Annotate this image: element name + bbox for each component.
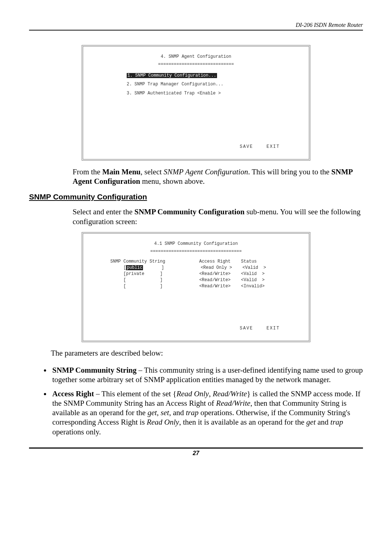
paragraph-2: Select and enter the SNMP Community Conf… xyxy=(73,207,363,226)
menu-item-auth-trap[interactable]: 3. SNMP Authenticated Trap <Enable > xyxy=(90,90,302,97)
text: From the xyxy=(73,167,102,176)
access-right-select[interactable]: <Read Only > xyxy=(201,265,232,270)
community-input[interactable]: [private ] xyxy=(123,271,163,276)
exit-button[interactable]: EXIT xyxy=(266,144,280,149)
parameter-list: SNMP Community String – This community s… xyxy=(51,365,363,437)
text-italic: Read Only xyxy=(176,389,209,398)
text-italic: get xyxy=(306,418,316,426)
paragraph-1: From the Main Menu, select SNMP Agent Co… xyxy=(73,167,363,186)
screen1-actions: SAVE EXIT xyxy=(90,144,302,150)
text: , then it is available as an operand for… xyxy=(179,418,306,426)
status-select[interactable]: <Valid > xyxy=(242,265,266,270)
screen2-title: 4.1 SNMP Community Configuration xyxy=(90,241,302,247)
status-select[interactable]: <Valid > xyxy=(241,278,265,283)
access-right-select[interactable]: <Read/Write> xyxy=(199,278,230,283)
list-item: SNMP Community String – This community s… xyxy=(51,365,363,385)
table-row: [private ] <Read/Write> <Valid > xyxy=(90,271,302,277)
text-italic: set xyxy=(161,408,169,417)
text-italic: trap xyxy=(330,418,343,426)
paragraph-3: The parameters are described below: xyxy=(51,349,363,358)
text: , xyxy=(157,408,161,417)
community-input[interactable]: [ ] xyxy=(123,284,163,289)
community-input[interactable]: [ ] xyxy=(123,278,163,283)
screen1-underline: ============================= xyxy=(90,61,302,68)
menu-item-trap-manager[interactable]: 2. SNMP Trap Manager Configuration... xyxy=(90,81,302,88)
text-bold: Access Right xyxy=(52,389,94,398)
status-select[interactable]: <Invalid> xyxy=(241,284,265,289)
table-row: [ ] <Read/Write> <Invalid> xyxy=(90,283,302,289)
table-row: [ ] <Read/Write> <Valid > xyxy=(90,277,302,283)
access-right-select[interactable]: <Read/Write> xyxy=(199,284,230,289)
text: Select and enter the xyxy=(73,207,134,216)
text-italic: SNMP Agent Configuration xyxy=(164,167,248,176)
text-italic: get xyxy=(147,408,157,417)
terminal-snmp-community-config: 4.1 SNMP Community Configuration =======… xyxy=(82,232,310,342)
text-italic: Read/Write xyxy=(216,399,250,408)
text-bold: SNMP Community Configuration xyxy=(134,207,244,216)
bracket: ] xyxy=(143,265,164,270)
screen2-actions: SAVE EXIT xyxy=(90,325,302,332)
table-row: [public ] <Read Only > <Valid > xyxy=(90,265,302,271)
text-italic: Read/Write xyxy=(213,389,247,398)
text: operations only. xyxy=(52,428,101,436)
text-italic: Read Only xyxy=(147,418,179,426)
text: menu, shown above. xyxy=(140,177,205,186)
exit-button[interactable]: EXIT xyxy=(266,326,280,331)
text-italic: trap xyxy=(186,408,199,417)
menu-item-community-config[interactable]: 1. SNMP Community Configuration... xyxy=(90,73,302,79)
page-number: 27 xyxy=(29,447,363,457)
table-header-row: SNMP Community String Access Right Statu… xyxy=(90,259,302,265)
section-heading-community-config: SNMP Community Configuration xyxy=(29,193,363,201)
text-bold: Main Menu xyxy=(102,167,141,176)
text: , and xyxy=(169,408,186,417)
terminal-snmp-agent-config: 4. SNMP Agent Configuration ============… xyxy=(82,45,310,161)
save-button[interactable]: SAVE xyxy=(240,326,253,331)
screen2-underline: =================================== xyxy=(90,248,302,255)
col-header-access: Access Right xyxy=(199,259,230,264)
page-header: DI-206 ISDN Remote Router xyxy=(29,22,363,31)
text: , xyxy=(209,389,213,398)
text: , select xyxy=(140,167,164,176)
text: – This element of the set { xyxy=(94,389,176,398)
access-right-select[interactable]: <Read/Write> xyxy=(199,271,230,276)
status-select[interactable]: <Valid > xyxy=(241,271,265,276)
text-bold: SNMP Community String xyxy=(52,366,136,374)
text: . This will bring you to the xyxy=(248,167,331,176)
screen1-title: 4. SNMP Agent Configuration xyxy=(90,54,302,60)
text: and xyxy=(316,418,331,426)
col-header-status: Status xyxy=(241,259,257,264)
community-input-public[interactable]: public xyxy=(126,265,143,270)
col-header-community: SNMP Community String xyxy=(110,259,165,264)
menu-item-1-label: 1. SNMP Community Configuration... xyxy=(127,73,217,78)
save-button[interactable]: SAVE xyxy=(240,144,253,149)
list-item: Access Right – This element of the set {… xyxy=(51,389,363,437)
